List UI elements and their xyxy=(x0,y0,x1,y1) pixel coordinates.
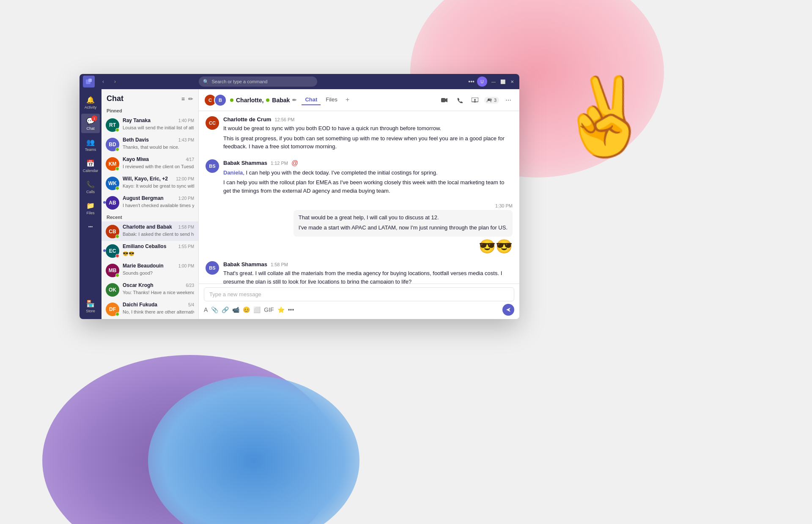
send-button[interactable] xyxy=(502,304,514,316)
tab-files[interactable]: Files xyxy=(322,95,340,105)
chat-content-charlotte-babak: Charlotte and Babak 1:58 PM Babak: I ask… xyxy=(123,224,194,237)
video-call-button[interactable] xyxy=(439,94,450,106)
compose-button[interactable]: ✏ xyxy=(188,96,193,102)
chat-list-panel: Chat ≡ ✏ Pinned RT Ray Tanaka 1:40 PM Lo xyxy=(102,89,199,319)
sidebar-item-calls[interactable]: 📞 Calls xyxy=(81,177,100,196)
chat-item-august-bergman[interactable]: AB August Bergman 1:20 PM I haven't chec… xyxy=(102,193,198,212)
chat-content-emiliano: Emiliano Ceballos 1:55 PM 😎😎 xyxy=(123,243,194,257)
sidebar-item-teams[interactable]: 👥 Teams xyxy=(81,135,100,154)
chat-item-ray-tanaka[interactable]: RT Ray Tanaka 1:40 PM Louisa will send t… xyxy=(102,115,198,134)
sidebar-item-chat[interactable]: 1 💬 Chat xyxy=(81,114,100,133)
chat-content-beth-davis: Beth Davis 1:43 PM Thanks, that would be… xyxy=(123,137,194,150)
activity-label: Activity xyxy=(85,105,97,109)
sidebar-item-calendar[interactable]: 📅 Calendar xyxy=(81,156,100,175)
filter-button[interactable]: ≡ xyxy=(181,96,185,102)
chat-item-kayo-miwa[interactable]: KM Kayo Miwa 4/17 I reviewed with the cl… xyxy=(102,154,198,173)
tab-chat[interactable]: Chat xyxy=(302,95,321,105)
msg1-line1: It would be great to sync with you both … xyxy=(223,124,513,133)
status-will-kayo xyxy=(115,186,119,190)
chat-content-august-bergman: August Bergman 1:20 PM I haven't checked… xyxy=(123,195,194,209)
chat-item-will-kayo[interactable]: WK Will, Kayo, Eric, +2 12:00 PM Kayo: I… xyxy=(102,173,198,193)
praise-button[interactable]: ⭐ xyxy=(277,306,285,313)
chat-item-emiliano[interactable]: EC Emiliano Ceballos 1:55 PM 😎😎 xyxy=(102,241,198,260)
add-tab-button[interactable]: + xyxy=(343,95,353,105)
header-avatar-babak: B xyxy=(214,94,227,106)
sidebar-item-store[interactable]: 🏪 Store xyxy=(81,296,100,316)
minimize-button[interactable]: — xyxy=(490,78,497,85)
maximize-button[interactable]: ⬜ xyxy=(499,78,507,85)
time-charlotte-babak: 1:58 PM xyxy=(178,225,194,229)
more-toolbar-button[interactable]: ••• xyxy=(288,306,294,313)
message-toolbar: A 📎 🔗 📹 😊 ⬜ GIF ⭐ ••• xyxy=(204,304,514,316)
audio-call-button[interactable] xyxy=(454,94,466,106)
avatar-charlotte-babak: CB xyxy=(106,225,119,238)
format-button[interactable]: A xyxy=(204,306,208,313)
close-button[interactable]: ✕ xyxy=(508,78,516,85)
nav-back-button[interactable]: ‹ xyxy=(98,76,108,87)
participants-number: 3 xyxy=(494,98,497,103)
message-group-1: CC Charlotte de Crum 12:56 PM It would b… xyxy=(206,116,513,153)
window-controls: — ⬜ ✕ xyxy=(490,78,516,85)
svg-rect-1 xyxy=(88,79,92,82)
name-kayo-miwa: Kayo Miwa xyxy=(123,156,149,162)
chat-item-marie[interactable]: MB Marie Beaudouin 1:00 PM Sounds good? xyxy=(102,260,198,280)
msg2-content: Babak Shammas 1:12 PM @ Daniela, I can h… xyxy=(223,159,513,197)
status-charlotte-babak xyxy=(115,235,119,238)
msg3-line2: I've made a start with APAC and LATAM, n… xyxy=(299,224,508,232)
message-input-box[interactable]: Type a new message xyxy=(204,287,514,301)
screen-share-button[interactable] xyxy=(469,94,481,106)
chat-item-oscar[interactable]: OK Oscar Krogh 6/23 You: Thanks! Have a … xyxy=(102,280,198,299)
chat-label: Chat xyxy=(86,126,94,131)
msg1-avatar: CC xyxy=(206,116,219,130)
meeting-button[interactable]: 📹 xyxy=(232,306,239,313)
chat-item-charlotte-babak[interactable]: CB Charlotte and Babak 1:58 PM Babak: I … xyxy=(102,221,198,241)
recent-section-label: Recent xyxy=(102,212,198,221)
more-actions-button[interactable]: ⋯ xyxy=(502,94,514,106)
sticker-button[interactable]: ⬜ xyxy=(253,306,261,313)
avatar-beth-davis: BD xyxy=(106,138,119,151)
time-ray-tanaka: 1:40 PM xyxy=(178,118,194,123)
chat-item-kian[interactable]: KL Kian Lambert 5/3 Have you ran this by… xyxy=(102,319,198,319)
name-august-bergman: August Bergman xyxy=(123,195,164,201)
messages-area[interactable]: CC Charlotte de Crum 12:56 PM It would b… xyxy=(199,111,519,284)
preview-oscar: You: Thanks! Have a nice weekend xyxy=(123,290,194,295)
calls-icon: 📞 xyxy=(86,180,95,189)
gif-button[interactable]: GIF xyxy=(264,306,274,313)
link-button[interactable]: 🔗 xyxy=(222,306,229,313)
chat-content-will-kayo: Will, Kayo, Eric, +2 12:00 PM Kayo: It w… xyxy=(123,176,194,189)
preview-charlotte-babak: Babak: I asked the client to send her fe… xyxy=(123,232,194,237)
sidebar-icons: 🔔 Activity 1 💬 Chat 👥 Teams 📅 Calendar 📞… xyxy=(80,89,102,319)
msg4-sender-line: Babak Shammas 1:58 PM xyxy=(223,261,513,267)
msg1-sender-name: Charlotte de Crum xyxy=(223,116,271,123)
name-will-kayo: Will, Kayo, Eric, +2 xyxy=(123,176,168,182)
chat-header: C B Charlotte, Babak ✏ Chat Files + xyxy=(199,89,519,111)
msg3-time: 1:30 PM xyxy=(495,203,513,208)
pinned-section-label: Pinned xyxy=(102,106,198,115)
name-beth-davis: Beth Davis xyxy=(123,137,149,143)
search-bar[interactable]: 🔍 Search or type a command xyxy=(199,76,317,87)
sidebar-item-files[interactable]: 📁 Files xyxy=(81,198,100,218)
nav-forward-button[interactable]: › xyxy=(110,76,120,87)
attach-button[interactable]: 📎 xyxy=(211,306,218,313)
mention-daniela: Daniela xyxy=(223,169,243,176)
edit-title-icon[interactable]: ✏ xyxy=(292,97,296,103)
msg1-time: 12:56 PM xyxy=(274,117,294,122)
chat-item-daichi[interactable]: DF Daichi Fukuda 5/4 No, I think there a… xyxy=(102,299,198,319)
participants-count[interactable]: 3 xyxy=(484,97,499,104)
msg3-bubble: That would be a great help, I will call … xyxy=(294,210,513,237)
time-marie: 1:00 PM xyxy=(178,264,194,268)
chat-item-beth-davis[interactable]: BD Beth Davis 1:43 PM Thanks, that would… xyxy=(102,134,198,154)
sidebar-item-activity[interactable]: 🔔 Activity xyxy=(81,93,100,112)
emoji-button[interactable]: 😊 xyxy=(243,306,250,313)
msg4-line1: That's great. I will collate all the mat… xyxy=(223,269,513,284)
time-daichi: 5/4 xyxy=(188,303,194,307)
name-daichi: Daichi Fukuda xyxy=(123,302,157,308)
chat-content-oscar: Oscar Krogh 6/23 You: Thanks! Have a nic… xyxy=(123,282,194,296)
user-avatar[interactable]: U xyxy=(477,76,487,87)
title-bar: ‹ › 🔍 Search or type a command ••• U — ⬜… xyxy=(80,74,519,89)
name-emiliano: Emiliano Ceballos xyxy=(123,243,166,249)
chat-content-marie: Marie Beaudouin 1:00 PM Sounds good? xyxy=(123,263,194,276)
sidebar-item-more[interactable]: ••• xyxy=(81,219,100,234)
more-options-label[interactable]: ••• xyxy=(468,78,475,85)
more-icon: ••• xyxy=(86,222,95,231)
